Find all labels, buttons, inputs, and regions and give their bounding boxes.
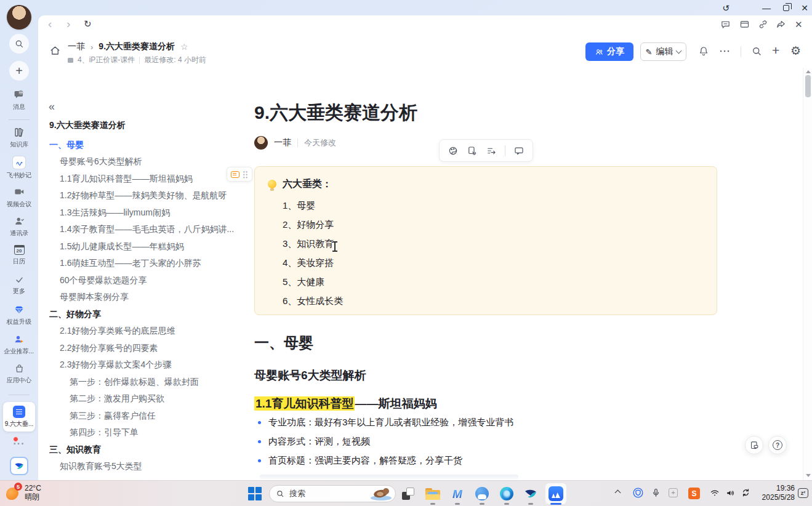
toc-item[interactable]: 母婴账号6大类型解析 <box>49 154 239 171</box>
close-tab-button[interactable]: ✕ <box>795 19 803 30</box>
settings-button[interactable]: ⚙ <box>790 44 801 58</box>
author-name[interactable]: 一菲 <box>274 137 291 148</box>
toc-item[interactable]: 第一步：创作爆款标题、爆款封面 <box>49 374 239 391</box>
toc-item[interactable]: 一、母婴 <box>49 137 239 154</box>
share-button[interactable]: 分享 <box>585 42 633 61</box>
sidebar-new-button[interactable]: + <box>9 61 29 81</box>
help-float-button[interactable]: ? <box>768 436 787 454</box>
toc-item[interactable]: 2.1好物分享类账号的底层思维 <box>49 323 239 340</box>
sidebar-item-appcenter[interactable]: 应用中心 <box>0 363 38 385</box>
nav-back-button[interactable]: ‹ <box>48 18 52 30</box>
star-icon[interactable]: ☆ <box>180 42 188 52</box>
feishu-taskbar-button[interactable] <box>523 486 539 502</box>
sidebar-item-upgrade[interactable]: 权益升级 <box>0 304 38 326</box>
nav-forward-button[interactable]: › <box>66 18 70 30</box>
insert-block-button[interactable] <box>486 145 497 156</box>
toc-item[interactable]: 第四步：引导下单 <box>49 425 239 442</box>
focus-assist-icon[interactable]: z z <box>798 488 808 498</box>
toc-item[interactable]: 1.6萌娃互动型——老丁头家的小胖苏 <box>49 255 239 273</box>
breadcrumb-title[interactable]: 9.六大垂类赛道分析 <box>98 41 175 52</box>
scroll-up-arrow[interactable] <box>806 70 811 73</box>
browser-app-button[interactable] <box>474 486 490 502</box>
bullet-item[interactable]: 专业功底：最好有3年以上育儿或者职业经验，增强专业背书 <box>254 413 513 432</box>
author-avatar[interactable] <box>254 136 268 150</box>
scroll-down-arrow[interactable] <box>806 474 811 477</box>
doc-title[interactable]: 9.六大垂类赛道分析 <box>254 100 417 126</box>
callout-list-item[interactable]: 4、美妆穿搭 <box>283 254 343 273</box>
edge-button[interactable] <box>499 486 515 502</box>
toc-item[interactable]: 三、知识教育 <box>49 441 239 459</box>
callout-list-item[interactable]: 1、母婴 <box>283 196 343 215</box>
comment-button[interactable] <box>513 145 525 156</box>
global-search-button[interactable] <box>751 46 762 57</box>
toc-item[interactable]: 二、好物分享 <box>49 306 239 323</box>
callout-heading[interactable]: 六大垂类： <box>283 178 332 191</box>
share-window-button[interactable] <box>776 19 786 30</box>
toc-collapse-button[interactable]: « <box>49 100 55 113</box>
sidebar-search-button[interactable] <box>9 34 29 54</box>
mail-app-button[interactable]: M <box>449 486 465 502</box>
taskbar-search[interactable]: 搜索 <box>269 485 396 502</box>
toc-item[interactable]: 2.2好物分享账号的四要素 <box>49 340 239 357</box>
create-button[interactable]: + <box>772 43 779 58</box>
callout-block[interactable]: 六大垂类： 1、母婴 2、好物分享 3、知识教育 4、美妆穿搭 5、大健康 6、… <box>254 166 717 315</box>
doc-folder[interactable]: 4、iP正价课-课件 <box>78 55 135 65</box>
sidebar-item-messages[interactable]: 消息 <box>0 89 38 111</box>
callout-list-item[interactable]: 6、女性成长类 <box>283 292 343 311</box>
sidebar-item-referral[interactable]: 企业推荐... <box>0 334 38 356</box>
more-actions-button[interactable]: ⋯ <box>719 44 730 58</box>
scrollbar[interactable] <box>803 68 812 480</box>
breadcrumb-parent[interactable]: 一菲 <box>68 41 85 52</box>
toc-item[interactable]: 1.2好物种草型——辣妈美美好物、是航航呀 <box>49 188 239 205</box>
toc-item[interactable]: 第三步：赢得客户信任 <box>49 408 239 425</box>
sidebar-item-meetings[interactable]: 视频会议 <box>0 186 38 209</box>
sidebar-item-minutes[interactable]: 飞书妙记 <box>0 156 38 180</box>
volume-tray-icon[interactable] <box>725 488 736 498</box>
active-app-button[interactable] <box>545 483 566 504</box>
insert-link-doc-button[interactable] <box>467 145 478 156</box>
close-window-button[interactable]: ✕ <box>795 1 812 15</box>
toc-doc-title[interactable]: 9.六大垂类赛道分析 <box>49 120 126 131</box>
toc-item[interactable]: 知识教育账号5大类型 <box>49 459 239 476</box>
sidebar-item-calendar[interactable]: 20 日历 <box>0 245 38 266</box>
sidebar-item-wiki[interactable]: 知识库 <box>0 127 38 149</box>
toc-item[interactable]: 1.1育儿知识科普型——斯坦福妈妈 <box>49 171 239 188</box>
toc-item[interactable]: 母婴脚本案例分享 <box>49 289 239 307</box>
ime-tray-icon[interactable]: + <box>669 488 678 497</box>
catalog-float-button[interactable] <box>745 436 763 454</box>
tray-expand-button[interactable] <box>616 489 620 495</box>
callout-list-item[interactable]: 2、好物分享 <box>283 215 343 235</box>
user-avatar[interactable] <box>7 5 31 30</box>
toc-item[interactable]: 1.3生活辣妈——lilymum闹妈 <box>49 204 239 222</box>
open-in-window-button[interactable] <box>739 19 750 30</box>
toc-item[interactable]: 2.3好物分享爆款文案4个步骤 <box>49 357 239 374</box>
home-button[interactable] <box>49 45 61 57</box>
callout-list-item[interactable]: 5、大健康 <box>283 273 343 292</box>
security-tray-icon[interactable] <box>632 487 644 499</box>
callout-block-icon[interactable] <box>231 171 239 178</box>
start-button[interactable] <box>248 487 262 500</box>
drag-handle-icon[interactable] <box>243 171 248 179</box>
sogou-tray-icon[interactable]: S <box>688 488 700 499</box>
toc-item[interactable]: 1.4亲子教育型——毛毛虫英语，八斤妈妈讲... <box>49 222 239 239</box>
notifications-button[interactable] <box>698 46 709 57</box>
sidebar-more-apps[interactable]: ··· <box>0 438 38 449</box>
taskbar-clock[interactable]: 19:36 2025/5/28 <box>752 484 795 502</box>
theme-palette-button[interactable] <box>448 145 459 156</box>
sidebar-item-more[interactable]: 更多 <box>0 275 38 295</box>
bullet-item[interactable]: 首页标题：强调主要内容，解答疑惑，分享干货 <box>254 451 513 470</box>
bullet-item[interactable]: 内容形式：评测，短视频 <box>254 432 513 451</box>
weather-widget[interactable]: 5 22°C 晴朗 <box>5 483 41 502</box>
edit-button[interactable]: ✎ 编辑 <box>640 42 686 61</box>
doc-heading2[interactable]: 母婴账号6大类型解析 <box>254 367 366 384</box>
doc-heading1[interactable]: 一、母婴 <box>254 333 313 353</box>
doc-comment-button[interactable] <box>720 19 731 30</box>
nav-refresh-button[interactable]: ↻ <box>84 18 92 30</box>
sidebar-doc-shortcut[interactable]: 9.六大垂... <box>3 402 35 432</box>
toc-item[interactable]: 1.5幼儿健康成长型——年糕妈妈 <box>49 238 239 255</box>
wifi-tray-icon[interactable] <box>709 488 720 498</box>
minimize-button[interactable]: — <box>757 1 776 15</box>
maximize-button[interactable] <box>777 1 795 15</box>
toc-item[interactable]: 第二步：激发用户购买欲 <box>49 391 239 408</box>
doc-heading3[interactable]: 1.1育儿知识科普型——斯坦福妈妈 <box>254 396 436 412</box>
